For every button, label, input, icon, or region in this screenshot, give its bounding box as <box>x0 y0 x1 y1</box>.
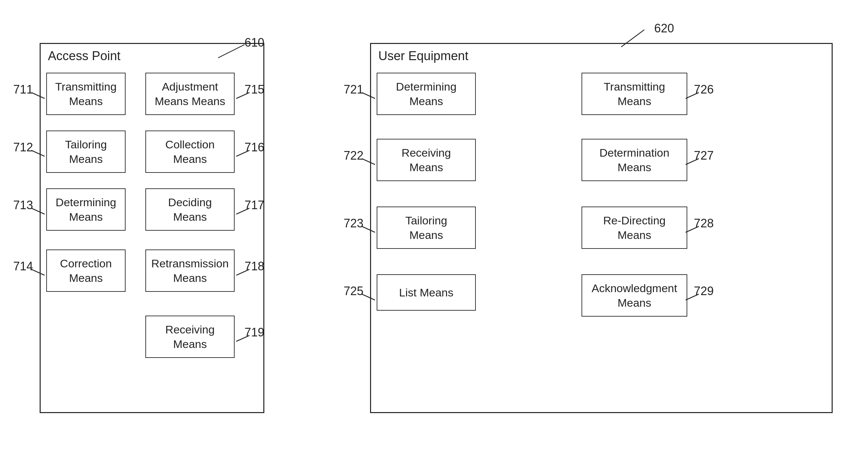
svg-line-0 <box>218 44 245 58</box>
adjustment-means-ap: AdjustmentMeans Means <box>145 73 235 115</box>
svg-line-2 <box>31 150 44 156</box>
tick-723 <box>344 223 380 233</box>
correction-means-ap: CorrectionMeans <box>46 249 126 292</box>
ref-717-container: 717 Deciding Means <box>145 188 235 230</box>
tailoring-means-ap: TailoringMeans <box>46 130 126 173</box>
ref-729-container: 729 AcknowledgmentMeans <box>582 274 687 316</box>
tick-713 <box>13 205 50 215</box>
tick-620 <box>562 20 668 53</box>
tick-711 <box>13 89 50 99</box>
ref-722-container: 722 ReceivingMeans <box>377 139 476 181</box>
receiving-means-ap: Receiving Means <box>145 316 235 358</box>
ref-728-container: 728 Re-DirectingMeans <box>582 207 687 249</box>
svg-line-8 <box>236 269 249 275</box>
tick-610 <box>40 33 258 60</box>
diagram-container: Access Point 610 711 TransmittingMeans 7… <box>0 0 868 461</box>
svg-line-1 <box>31 93 44 98</box>
receiving-means-ue-left: ReceivingMeans <box>377 139 476 181</box>
ref-715-container: 715 AdjustmentMeans Means <box>145 73 235 115</box>
ref-711: 711 TransmittingMeans <box>46 73 126 115</box>
ref-714: 714 CorrectionMeans <box>46 249 126 292</box>
ref-727-container: 727 DeterminationMeans <box>582 139 687 181</box>
tick-718 <box>236 266 263 276</box>
determination-means-ue: DeterminationMeans <box>582 139 687 181</box>
svg-line-18 <box>686 294 699 300</box>
ref-713: 713 DeterminingMeans <box>46 188 126 230</box>
ue-label: User Equipment <box>378 49 468 63</box>
svg-line-3 <box>31 208 44 214</box>
tick-728 <box>686 223 712 233</box>
redirecting-means-ue: Re-DirectingMeans <box>582 207 687 249</box>
tick-727 <box>686 155 712 165</box>
tick-725 <box>344 291 380 301</box>
svg-line-4 <box>31 269 44 275</box>
determining-means-ap: DeterminingMeans <box>46 188 126 230</box>
tick-729 <box>686 291 712 301</box>
tick-712 <box>13 147 50 157</box>
transmitting-means-ap: TransmittingMeans <box>46 73 126 115</box>
svg-line-7 <box>236 208 249 214</box>
tick-714 <box>13 266 50 276</box>
acknowledgment-means-ue: AcknowledgmentMeans <box>582 274 687 316</box>
tick-719 <box>236 332 263 342</box>
svg-line-11 <box>362 93 375 98</box>
list-means-ue: List Means <box>377 274 476 311</box>
svg-line-17 <box>686 226 699 232</box>
svg-line-15 <box>686 93 699 98</box>
ref-712: 712 TailoringMeans <box>46 130 126 173</box>
ref-723-container: 723 TailoringMeans <box>377 207 476 249</box>
collection-means-ap: Collection Means <box>145 130 235 173</box>
svg-line-5 <box>236 93 249 98</box>
transmitting-means-ue: TransmittingMeans <box>582 73 687 115</box>
svg-line-16 <box>686 159 699 164</box>
svg-line-13 <box>362 226 375 232</box>
tick-726 <box>686 89 712 99</box>
tailoring-means-ue: TailoringMeans <box>377 207 476 249</box>
tick-721 <box>344 89 380 99</box>
ref-725-container: 725 List Means <box>377 274 476 311</box>
tick-722 <box>344 155 380 165</box>
ref-716-container: 716 Collection Means <box>145 130 235 173</box>
tick-717 <box>236 205 263 215</box>
determining-means-ue: DeterminingMeans <box>377 73 476 115</box>
ref-726-container: 726 TransmittingMeans <box>582 73 687 115</box>
ref-718-container: 718 RetransmissionMeans <box>145 249 235 292</box>
tick-715 <box>236 89 263 99</box>
ref-719-container: 719 Receiving Means <box>145 316 235 358</box>
retransmission-means-ap: RetransmissionMeans <box>145 249 235 292</box>
deciding-means-ap: Deciding Means <box>145 188 235 230</box>
svg-line-6 <box>236 150 249 156</box>
tick-716 <box>236 147 263 157</box>
svg-line-9 <box>236 335 249 341</box>
svg-line-12 <box>362 159 375 164</box>
ref-721-container: 721 DeterminingMeans <box>377 73 476 115</box>
svg-line-10 <box>621 30 644 47</box>
svg-line-14 <box>362 294 375 300</box>
